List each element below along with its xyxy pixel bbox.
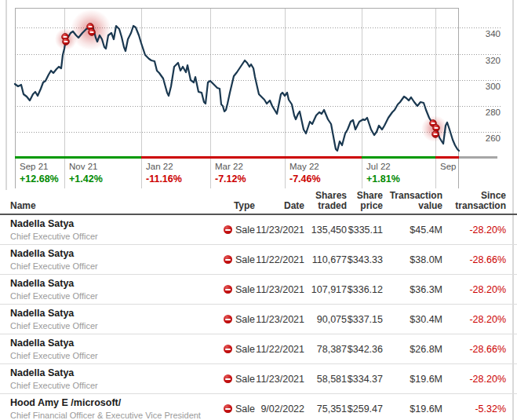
insider-name[interactable]: Nadella Satya: [10, 338, 218, 349]
transaction-type: Sale: [200, 344, 255, 355]
x-axis-month-label: Sep: [440, 162, 456, 171]
insider-name[interactable]: Nadella Satya: [10, 249, 218, 259]
share-price: $342.36: [339, 344, 383, 355]
sale-minus-icon: [224, 345, 232, 353]
insider-name[interactable]: Nadella Satya: [10, 368, 218, 378]
insider-title: Chief Executive Officer: [10, 381, 218, 390]
insider-title: Chief Executive Officer: [10, 291, 218, 301]
sale-minus-icon: [224, 404, 232, 413]
minus-icon: [431, 122, 435, 124]
name-cell: Nadella Satya Chief Executive Officer: [10, 309, 218, 331]
sale-minus-icon: [224, 315, 232, 323]
insider-name[interactable]: Nadella Satya: [10, 309, 218, 319]
insider-title: Chief Financial Officer & Executive Vice…: [10, 411, 218, 420]
header-type: Type: [200, 201, 255, 211]
transaction-type: Sale: [200, 225, 255, 236]
minus-icon: [89, 31, 93, 33]
transaction-value: $36.3M: [388, 284, 442, 295]
insider-title: Chief Executive Officer: [10, 351, 218, 360]
x-axis-month-label: Sep 21: [20, 162, 48, 171]
transaction-date: 9/02/2022: [249, 404, 304, 415]
table-row: Nadella Satya Chief Executive Officer Sa…: [0, 215, 517, 245]
table-row: Nadella Satya Chief Executive Officer Sa…: [0, 275, 517, 305]
table-row: Nadella Satya Chief Executive Officer Sa…: [0, 364, 517, 394]
transaction-date: 11/23/2021: [249, 314, 304, 325]
since-transaction: -5.32%: [443, 404, 506, 415]
insider-title: Chief Executive Officer: [10, 321, 218, 331]
transaction-type: Sale: [200, 314, 255, 325]
share-price: $343.33: [339, 254, 383, 265]
header-transaction-value: Transaction value: [388, 191, 442, 211]
transaction-type: Sale: [200, 404, 255, 415]
share-price: $334.37: [339, 374, 383, 385]
period-return-label: +12.68%: [20, 173, 59, 184]
insider-title: Chief Executive Officer: [10, 232, 218, 241]
insider-name[interactable]: Hood Amy E /microsoft/: [10, 398, 218, 408]
insider-name[interactable]: Nadella Satya: [10, 279, 218, 289]
since-transaction: -28.66%: [443, 254, 506, 265]
name-cell: Hood Amy E /microsoft/ Chief Financial O…: [10, 398, 218, 420]
table-header-row: Name Type Date Shares traded Share price…: [0, 191, 517, 215]
trend-strip-segment: [210, 156, 285, 159]
since-transaction: -28.20%: [443, 284, 506, 295]
header-share-price: Share price: [339, 191, 383, 211]
header-name: Name: [10, 201, 167, 211]
price-chart[interactable]: 340320300280260Sep 21+12.68%Nov 21+1.42%…: [0, 0, 517, 190]
share-price: $336.12: [339, 284, 383, 295]
transaction-date: 11/22/2021: [249, 254, 304, 265]
share-price: $259.47: [339, 404, 383, 415]
transaction-value: $26.8M: [388, 344, 442, 355]
x-axis-month-label: Nov 21: [69, 162, 97, 171]
header-since-transaction: Since transaction: [443, 191, 506, 211]
table-row: Hood Amy E /microsoft/ Chief Financial O…: [0, 394, 517, 420]
minus-icon: [88, 26, 92, 27]
trend-strip-segment: [362, 156, 435, 159]
trend-strip-segment: [64, 156, 141, 159]
sale-minus-icon: [224, 225, 232, 234]
transaction-date: 11/22/2021: [249, 344, 304, 355]
minus-icon: [63, 36, 67, 38]
table-row: Nadella Satya Chief Executive Officer Sa…: [0, 305, 517, 334]
table-row: Nadella Satya Chief Executive Officer Sa…: [0, 334, 517, 364]
trend-strip-segment: [285, 156, 362, 159]
insider-title: Chief Executive Officer: [10, 261, 218, 271]
transaction-type: Sale: [200, 284, 255, 295]
minus-icon: [433, 133, 437, 135]
transaction-date: 11/23/2021: [249, 284, 304, 295]
sale-minus-icon: [224, 285, 232, 294]
y-axis-tick-label: 340: [486, 29, 501, 38]
trend-strip-segment: [435, 156, 459, 159]
name-cell: Nadella Satya Chief Executive Officer: [10, 338, 218, 360]
x-axis-month-label: Jan 22: [146, 162, 173, 171]
transaction-date: 11/23/2021: [249, 225, 304, 236]
y-axis-tick-label: 280: [486, 108, 501, 117]
transaction-type: Sale: [200, 374, 255, 385]
x-axis-month-label: Mar 22: [215, 162, 243, 171]
share-price: $337.15: [339, 314, 383, 325]
transaction-value: $19.6M: [388, 404, 442, 415]
sale-minus-icon: [224, 374, 232, 383]
y-axis-tick-label: 320: [486, 56, 501, 65]
period-return-label: -11.16%: [146, 173, 182, 184]
y-axis-tick-label: 300: [486, 82, 501, 91]
minus-icon: [64, 41, 67, 42]
name-cell: Nadella Satya Chief Executive Officer: [10, 279, 218, 301]
transaction-date: 11/23/2021: [249, 374, 304, 385]
name-cell: Nadella Satya Chief Executive Officer: [10, 219, 218, 241]
insider-trading-widget: { "chart_data": { "type": "line", "title…: [0, 0, 517, 420]
since-transaction: -28.20%: [443, 314, 506, 325]
table-row: Nadella Satya Chief Executive Officer Sa…: [0, 245, 517, 275]
since-transaction: -28.66%: [443, 344, 506, 355]
name-cell: Nadella Satya Chief Executive Officer: [10, 368, 218, 390]
transaction-value: $30.4M: [388, 314, 442, 325]
transaction-value: $19.6M: [388, 374, 442, 385]
trend-strip-segment: [141, 156, 210, 159]
insider-name[interactable]: Nadella Satya: [10, 219, 218, 229]
share-price: $335.11: [339, 225, 383, 236]
header-date: Date: [249, 201, 304, 211]
transactions-table: Name Type Date Shares traded Share price…: [0, 191, 517, 420]
period-return-label: -7.46%: [289, 173, 321, 184]
transaction-value: $38.0M: [388, 254, 442, 265]
transaction-value: $45.4M: [388, 225, 442, 236]
since-transaction: -28.20%: [443, 374, 506, 385]
